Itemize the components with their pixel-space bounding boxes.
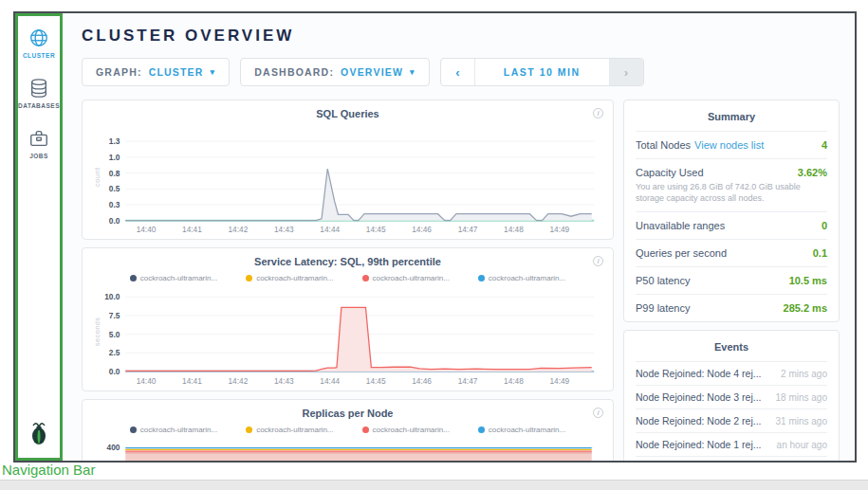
legend-item[interactable]: cockroach-ultramarin... (130, 274, 217, 282)
event-timestamp: 2 mins ago (781, 369, 827, 379)
svg-text:count: count (93, 168, 102, 187)
svg-text:0.0: 0.0 (109, 367, 120, 376)
time-range-button[interactable]: LAST 10 MIN (475, 59, 609, 85)
chart-card-service-latency: Service Latency: SQL, 99th percentile i … (82, 247, 614, 391)
summary-panel: Summary Total NodesView nodes list4Capac… (623, 100, 840, 322)
view-nodes-list-link[interactable]: View nodes list (694, 139, 764, 151)
info-icon[interactable]: i (593, 108, 603, 118)
event-text: Node Rejoined: Node 4 rej... (636, 368, 762, 379)
bottom-strip (0, 480, 868, 490)
screenshot-stage: CLUSTER DATABASES (0, 0, 868, 490)
replicas-per-node-chart[interactable]: 400 (92, 436, 603, 461)
svg-text:14:48: 14:48 (504, 225, 524, 234)
legend-dot-icon (478, 275, 485, 281)
svg-text:seconds: seconds (93, 318, 102, 347)
sql-queries-chart[interactable]: 0.00.30.50.81.01.314:4014:4114:4214:4314… (92, 124, 603, 237)
summary-row-value: 10.5 ms (789, 275, 827, 286)
annotation-caption: Navigation Bar (2, 462, 95, 478)
summary-row: Queries per second0.1 (636, 240, 827, 267)
event-text: Node Rejoined: Node 3 rej... (636, 391, 762, 403)
graph-dropdown[interactable]: GRAPH: CLUSTER ▾ (82, 58, 230, 86)
event-timestamp: 18 mins ago (776, 392, 827, 403)
legend-dot-icon (130, 275, 137, 281)
legend-label: cockroach-ultramarin... (140, 426, 217, 434)
legend-item[interactable]: cockroach-ultramarin... (130, 426, 217, 434)
chart-title: Service Latency: SQL, 99th percentile (254, 256, 441, 267)
summary-row: Total NodesView nodes list4 (636, 132, 827, 159)
cockroachdb-logo-icon[interactable] (28, 420, 50, 450)
svg-text:2.5: 2.5 (109, 349, 120, 358)
svg-text:14:45: 14:45 (366, 225, 386, 234)
chart-title: Replicas per Node (303, 408, 394, 419)
events-panel: Events Node Rejoined: Node 4 rej...2 min… (623, 330, 840, 461)
service-latency-chart[interactable]: 0.02.55.07.510.014:4014:4114:4214:4314:4… (92, 284, 603, 389)
svg-text:14:47: 14:47 (458, 376, 478, 386)
info-icon[interactable]: i (593, 408, 603, 418)
legend-dot-icon (246, 275, 252, 281)
database-icon (28, 78, 49, 99)
legend-label: cockroach-ultramarin... (256, 274, 333, 282)
legend-label: cockroach-ultramarin... (140, 274, 217, 282)
svg-text:14:47: 14:47 (458, 225, 478, 234)
right-column: Summary Total NodesView nodes list4Capac… (623, 100, 840, 461)
svg-text:7.5: 7.5 (109, 311, 120, 320)
legend-item[interactable]: cockroach-ultramarin... (246, 426, 333, 434)
svg-text:14:41: 14:41 (182, 376, 202, 386)
svg-text:14:48: 14:48 (504, 376, 524, 386)
summary-row-value: 4 (822, 139, 827, 151)
summary-row: Capacity Used3.62%You are using 26.8 GiB… (636, 159, 827, 212)
event-row[interactable]: Node Rejoined: Node 3 rej...18 mins ago (636, 386, 827, 409)
time-prev-button[interactable]: ‹ (441, 59, 475, 85)
globe-icon (28, 27, 49, 48)
graph-dropdown-label: GRAPH: (96, 66, 142, 78)
legend-label: cockroach-ultramarin... (373, 426, 450, 434)
svg-text:14:40: 14:40 (137, 225, 157, 234)
sidebar-item-databases[interactable]: DATABASES (18, 78, 60, 109)
svg-text:0.8: 0.8 (109, 169, 120, 178)
legend-dot-icon (130, 426, 137, 433)
dashboard-dropdown[interactable]: DASHBOARD: OVERVIEW ▾ (240, 58, 429, 86)
summary-rows: Total NodesView nodes list4Capacity Used… (636, 132, 827, 321)
svg-text:1.3: 1.3 (109, 136, 120, 146)
chart-legend: cockroach-ultramarin...cockroach-ultrama… (92, 426, 603, 434)
info-icon[interactable]: i (593, 256, 603, 266)
events-title: Events (636, 331, 827, 362)
legend-item[interactable]: cockroach-ultramarin... (478, 274, 565, 282)
summary-row-value: 285.2 ms (784, 302, 827, 314)
page-title: CLUSTER OVERVIEW (82, 27, 840, 45)
time-window-selector: ‹ LAST 10 MIN › (440, 58, 644, 86)
summary-row-label: Total Nodes (636, 139, 691, 151)
summary-row: Unavailable ranges0 (636, 212, 827, 240)
svg-text:14:44: 14:44 (320, 376, 340, 386)
svg-text:0.5: 0.5 (109, 184, 120, 193)
legend-item[interactable]: cockroach-ultramarin... (246, 274, 333, 282)
dashboard-dropdown-label: DASHBOARD: (254, 66, 334, 78)
summary-row: P50 latency10.5 ms (636, 267, 827, 295)
event-row[interactable]: Node Rejoined: Node 1 rej...an hour ago (636, 433, 827, 457)
summary-row-label: Unavailable ranges (636, 220, 725, 231)
summary-row-label: Capacity Used (636, 167, 704, 178)
controls-row: GRAPH: CLUSTER ▾ DASHBOARD: OVERVIEW ▾ ‹… (82, 58, 840, 86)
sidebar-item-cluster[interactable]: CLUSTER (23, 27, 55, 59)
legend-item[interactable]: cockroach-ultramarin... (362, 274, 450, 282)
svg-text:14:41: 14:41 (182, 225, 202, 234)
svg-text:14:49: 14:49 (549, 225, 569, 234)
summary-row: P99 latency285.2 ms (636, 295, 827, 321)
event-row[interactable]: Node Rejoined: Node 2 rej...31 mins ago (636, 409, 827, 433)
svg-text:14:40: 14:40 (137, 376, 157, 386)
event-text: Node Rejoined: Node 2 rej... (636, 415, 762, 426)
legend-dot-icon (478, 426, 485, 433)
briefcase-icon (28, 128, 49, 149)
time-next-button-disabled: › (609, 59, 643, 85)
legend-label: cockroach-ultramarin... (373, 274, 450, 282)
legend-item[interactable]: cockroach-ultramarin... (362, 426, 450, 434)
event-row[interactable]: Node Rejoined: Node 4 rej...2 mins ago (636, 362, 827, 386)
event-row[interactable]: Node Rejoined: Node 4 rej...an hour ago (636, 457, 827, 461)
sidebar-item-jobs[interactable]: JOBS (28, 128, 49, 159)
summary-title: Summary (636, 100, 827, 132)
svg-text:14:46: 14:46 (412, 376, 432, 386)
event-timestamp: an hour ago (777, 440, 827, 450)
legend-item[interactable]: cockroach-ultramarin... (478, 426, 565, 434)
legend-dot-icon (362, 426, 369, 433)
summary-row-label: Queries per second (636, 247, 727, 259)
